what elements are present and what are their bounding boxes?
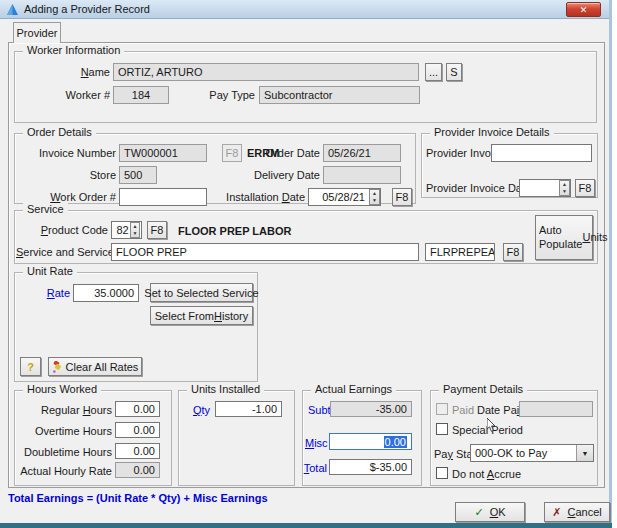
- provider-invoice-date-spinner[interactable]: ▲▼: [559, 180, 570, 196]
- rate-field[interactable]: 35.0000: [73, 284, 139, 302]
- units-installed-title: Units Installed: [187, 383, 264, 395]
- regular-hours-label: Regular Hours: [20, 404, 112, 416]
- screen: { "window": { "title": "Adding a Provide…: [0, 0, 617, 528]
- total-field[interactable]: $-35.00: [329, 459, 412, 475]
- doubletime-hours-field[interactable]: 0.00: [115, 443, 160, 459]
- invoice-number-label: Invoice Number: [20, 147, 116, 159]
- store-field[interactable]: 500: [119, 166, 157, 184]
- name-browse-button[interactable]: ...: [425, 63, 442, 81]
- pay-status-combo[interactable]: 000-OK to Pay ▼: [470, 444, 594, 462]
- provider-invoice-field[interactable]: [491, 144, 592, 162]
- total-label: Total: [303, 462, 327, 474]
- dialog-adding-provider-record: Adding a Provider Record ✕ Provider Work…: [0, 0, 609, 523]
- invoice-f8-button[interactable]: F8: [222, 144, 242, 162]
- tab-provider[interactable]: Provider: [13, 22, 61, 43]
- pay-type-field[interactable]: Subcontractor: [259, 86, 420, 104]
- installation-date-spinner[interactable]: ▲▼: [369, 189, 380, 205]
- worker-number-field[interactable]: 184: [113, 86, 169, 104]
- close-button[interactable]: ✕: [566, 2, 601, 17]
- do-not-accrue-checkbox[interactable]: [436, 467, 448, 479]
- select-from-history-button[interactable]: Select From History: [150, 306, 253, 325]
- service-title: Service: [23, 203, 68, 215]
- worker-number-label: Worker #: [30, 89, 110, 101]
- installation-f8-button[interactable]: F8: [392, 188, 412, 206]
- do-not-accrue-label: Do not Accrue: [452, 468, 521, 480]
- work-order-field[interactable]: [119, 188, 207, 206]
- name-field[interactable]: ORTIZ, ARTURO: [113, 63, 419, 81]
- clear-all-rates-button[interactable]: Clear All Rates: [48, 357, 142, 376]
- window-title: Adding a Provider Record: [24, 3, 150, 15]
- special-period-checkbox[interactable]: [436, 423, 448, 435]
- provider-invoice-details-title: Provider Invoice Details: [430, 126, 554, 138]
- product-description: FLOOR PREP LABOR: [178, 225, 291, 237]
- store-label: Store: [20, 169, 116, 181]
- product-code-label: Product Code: [20, 224, 108, 236]
- installation-date-label: Installation Date: [215, 191, 305, 203]
- x-icon: ✗: [552, 506, 561, 519]
- date-paid-field[interactable]: [519, 401, 593, 417]
- mouse-cursor: [487, 418, 497, 433]
- invoice-number-field[interactable]: TW000001: [119, 144, 207, 162]
- product-code-spinner[interactable]: ▲▼: [130, 222, 140, 238]
- unit-rate-title: Unit Rate: [23, 265, 77, 277]
- misc-field[interactable]: 0.00: [329, 433, 412, 450]
- hours-worked-title: Hours Worked: [23, 383, 101, 395]
- regular-hours-field[interactable]: 0.00: [115, 401, 160, 417]
- pay-type-label: Pay Type: [185, 89, 255, 101]
- pay-status-value: 000-OK to Pay: [471, 447, 576, 459]
- delivery-date-label: Delivery Date: [240, 169, 320, 181]
- ok-label: OK: [490, 506, 506, 518]
- rate-label: Rate: [28, 287, 70, 299]
- set-to-selected-service-button[interactable]: Set to Selected Service: [150, 283, 253, 302]
- clear-all-rates-label: Clear All Rates: [66, 361, 139, 373]
- service-label: Service and Service #: [16, 246, 108, 258]
- check-icon: ✓: [474, 506, 483, 519]
- work-order-label: Work Order #: [20, 191, 116, 203]
- paid-label: Paid: [452, 404, 474, 416]
- worker-information-title: Worker Information: [23, 44, 124, 56]
- ok-button[interactable]: ✓ OK: [455, 502, 525, 522]
- provider-invoice-date-label: Provider Invoice Date: [426, 182, 531, 194]
- overtime-hours-label: Overtime Hours: [20, 425, 112, 437]
- service-field[interactable]: FLOOR PREP: [111, 243, 419, 261]
- total-earnings-formula: Total Earnings = (Unit Rate * Qty) + Mis…: [8, 492, 268, 504]
- auto-populate-units-button[interactable]: Auto Populate Units: [535, 215, 593, 260]
- title-bar[interactable]: Adding a Provider Record ✕: [0, 0, 609, 19]
- name-label: Name: [30, 66, 110, 78]
- app-logo-icon: [7, 4, 18, 15]
- order-date-label: Order Date: [250, 147, 320, 159]
- cancel-label: Cancel: [567, 506, 601, 518]
- provider-invoice-date-f8-button[interactable]: F8: [575, 179, 595, 197]
- name-s-button[interactable]: S: [446, 63, 462, 81]
- actual-hourly-rate-field[interactable]: 0.00: [115, 462, 160, 478]
- qty-field[interactable]: -1.00: [215, 401, 282, 417]
- overtime-hours-field[interactable]: 0.00: [115, 422, 160, 438]
- service-f8-button[interactable]: F8: [503, 243, 523, 261]
- tab-provider-label: Provider: [17, 27, 58, 39]
- order-details-title: Order Details: [23, 126, 96, 138]
- window-bottom-border: [0, 523, 612, 528]
- misc-label: Misc: [305, 437, 327, 449]
- paid-checkbox[interactable]: [436, 403, 448, 415]
- service-code-field[interactable]: FLRPREPEA: [425, 243, 495, 261]
- order-date-field[interactable]: 05/26/21: [323, 144, 401, 162]
- window-right-border: [609, 0, 612, 523]
- subtotal-field[interactable]: -35.00: [330, 401, 412, 417]
- payment-details-title: Payment Details: [439, 383, 527, 395]
- qty-label: Qty: [193, 404, 210, 416]
- cancel-button[interactable]: ✗ Cancel: [544, 502, 610, 522]
- eraser-icon: [52, 361, 62, 373]
- doubletime-hours-label: Doubletime Hours: [20, 446, 112, 458]
- help-button[interactable]: ?: [20, 357, 41, 376]
- actual-earnings-title: Actual Earnings: [311, 383, 396, 395]
- actual-hourly-rate-label: Actual Hourly Rate: [20, 465, 112, 477]
- combo-arrow-icon[interactable]: ▼: [576, 445, 593, 461]
- delivery-date-field[interactable]: [323, 166, 401, 184]
- product-code-f8-button[interactable]: F8: [147, 221, 167, 239]
